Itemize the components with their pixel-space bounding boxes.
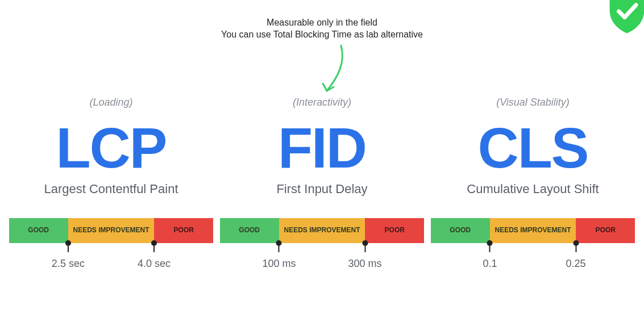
threshold-high-tick: 0.25	[566, 243, 586, 270]
threshold-low-tick: 100 ms	[262, 243, 296, 270]
threshold-high-tick: 300 ms	[348, 243, 382, 270]
metric-category: (Interactivity)	[220, 97, 425, 108]
metric-category: (Loading)	[9, 97, 214, 108]
threshold-bar: GOOD NEEDS IMPROVEMENT POOR	[431, 218, 635, 243]
threshold-ticks: 100 ms 300 ms	[220, 243, 425, 271]
threshold-ticks: 0.1 0.25	[431, 243, 635, 271]
metric-fullname: Cumulative Layout Shift	[431, 182, 635, 197]
annotation-line-1: Measurable only in the field	[221, 17, 423, 29]
metric-acronym: LCP	[9, 121, 214, 175]
metric-acronym: CLS	[431, 121, 635, 175]
segment-needs: NEEDS IMPROVEMENT	[68, 218, 154, 243]
annotation-line-2: You can use Total Blocking Time as lab a…	[221, 29, 423, 41]
threshold-bar: GOOD NEEDS IMPROVEMENT POOR	[220, 218, 425, 243]
threshold-low-label: 0.1	[483, 258, 497, 270]
metric-fullname: Largest Contentful Paint	[9, 182, 214, 197]
core-web-vitals-row: (Loading) LCP Largest Contentful Paint G…	[0, 97, 644, 271]
threshold-high-label: 0.25	[566, 258, 586, 270]
segment-poor: POOR	[576, 218, 635, 243]
threshold-high-label: 4.0 sec	[138, 258, 171, 270]
metric-cls: (Visual Stability) CLS Cumulative Layout…	[431, 97, 635, 271]
segment-good: GOOD	[9, 218, 68, 243]
segment-good: GOOD	[431, 218, 490, 243]
field-only-annotation: Measurable only in the field You can use…	[221, 17, 423, 41]
segment-needs: NEEDS IMPROVEMENT	[490, 218, 576, 243]
segment-needs: NEEDS IMPROVEMENT	[279, 218, 365, 243]
threshold-low-tick: 0.1	[483, 243, 497, 270]
threshold-high-tick: 4.0 sec	[138, 243, 171, 270]
metric-category: (Visual Stability)	[431, 97, 635, 108]
threshold-low-tick: 2.5 sec	[52, 243, 85, 270]
threshold-low-label: 2.5 sec	[52, 258, 85, 270]
metric-fid: (Interactivity) FID First Input Delay GO…	[220, 97, 425, 271]
metric-fullname: First Input Delay	[220, 182, 425, 197]
checkmark-shield-icon	[604, 0, 644, 34]
threshold-high-label: 300 ms	[348, 258, 382, 270]
arrow-to-fid-icon	[318, 43, 352, 99]
segment-poor: POOR	[365, 218, 424, 243]
metric-acronym: FID	[220, 121, 425, 175]
threshold-bar: GOOD NEEDS IMPROVEMENT POOR	[9, 218, 214, 243]
segment-poor: POOR	[154, 218, 213, 243]
threshold-low-label: 100 ms	[262, 258, 296, 270]
metric-lcp: (Loading) LCP Largest Contentful Paint G…	[9, 97, 214, 271]
threshold-ticks: 2.5 sec 4.0 sec	[9, 243, 214, 271]
segment-good: GOOD	[220, 218, 279, 243]
